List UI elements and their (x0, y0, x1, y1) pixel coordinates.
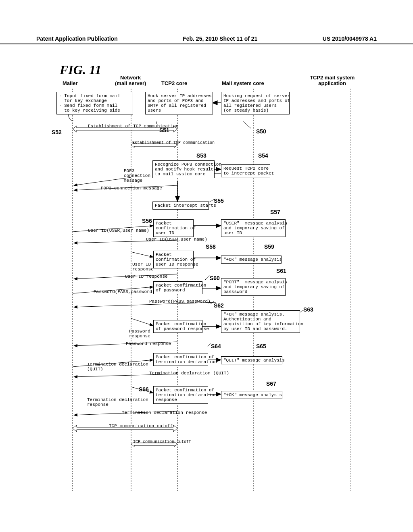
msg-userid-resp1: User ID response (132, 262, 154, 272)
msg-term-in: Termination declaration (QUIT) (149, 371, 229, 376)
msg-pop3-conn: POP3 connection message (124, 168, 150, 183)
msg-pop3-conn2: POP3 connection message (101, 186, 162, 191)
s60-box: Packet confirmation of password (153, 281, 202, 294)
s58-box: Packet confirmation of user ID response (153, 251, 194, 268)
msg-userid-resp2: User ID response (125, 274, 168, 279)
msg-tcp-cut1: TCP communication cutoff (109, 424, 173, 428)
step-s50: S50 (256, 128, 266, 135)
step-s53: S53 (196, 152, 206, 159)
s56-box: Packet confirmation of user ID (153, 219, 194, 237)
msg-pass-in: Password(PASS,password) (149, 299, 211, 304)
step-s54: S54 (258, 152, 268, 159)
step-s56: S56 (142, 218, 152, 224)
msg-pass-resp1: Password response (129, 329, 150, 339)
s63-box: "+OK" message analysis. Authentication a… (221, 310, 300, 333)
step-s59: S59 (264, 243, 274, 250)
step-s65: S65 (256, 343, 266, 349)
s64-box: Packet confirmation of termination decla… (153, 353, 208, 366)
s59-box: "+OK" message analysis (221, 256, 282, 264)
s62-box: Packet confirmation of password response (153, 320, 202, 333)
step-s60: S60 (210, 275, 220, 281)
s51-box: Hook server IP addresses and ports of PO… (145, 92, 213, 114)
msg-term-out: Termination declaration (QUIT) (87, 362, 148, 372)
step-s64: S64 (211, 343, 221, 349)
svg-line-20 (131, 318, 153, 326)
step-s67: S67 (266, 380, 276, 387)
step-s51: S51 (159, 127, 169, 133)
step-s61: S61 (276, 268, 286, 274)
step-s66: S66 (139, 386, 149, 393)
s55-box: Packet intercept starts (152, 202, 209, 210)
msg-pass-resp2: Password response (126, 341, 171, 346)
msg-userid-out: User ID(USER,user name) (88, 228, 149, 233)
mailer-input-box: · Input fixed form mail for key exchange… (56, 92, 133, 114)
step-s62: S62 (214, 302, 224, 309)
step-s57: S57 (270, 209, 280, 215)
svg-line-14 (131, 252, 153, 257)
s57-box: "USER" message analysis and temporary sa… (221, 219, 286, 237)
msg-tcp-cut2: TCP communication cutoff (133, 440, 191, 444)
step-s63: S63 (303, 306, 313, 313)
s53-box: Recognize POP3 connection and notify hoo… (152, 160, 215, 178)
msg-userid-in: User ID(USER,user name) (146, 237, 207, 242)
svg-line-31 (211, 301, 214, 304)
step-s55: S55 (214, 197, 224, 204)
s66-box: Packet confirmation of termination decla… (153, 386, 208, 404)
sequence-diagram-svg (0, 0, 413, 532)
msg-estab-tcp2: Establishment of TCP communication (132, 141, 215, 145)
s61-box: "PORT" message analysis and temporary sa… (221, 278, 286, 296)
s67-box: "+OK" message analysis (221, 391, 282, 399)
step-s52: S52 (52, 129, 62, 135)
svg-line-8 (74, 177, 131, 185)
step-s58: S58 (206, 243, 216, 250)
svg-line-30 (205, 275, 210, 280)
msg-pass-out: Password(PASS,password) (94, 289, 155, 294)
s50-box: Hooking request of server IP addresses a… (221, 92, 290, 114)
s65-box: "QUIT" message analysis (221, 356, 282, 364)
msg-term-resp2: Termination declaration response (122, 410, 207, 415)
s54-box: Request TCP2 core to intercept packet (221, 164, 270, 177)
svg-line-32 (208, 343, 211, 347)
msg-term-resp1: Termination declaration response (87, 397, 148, 407)
